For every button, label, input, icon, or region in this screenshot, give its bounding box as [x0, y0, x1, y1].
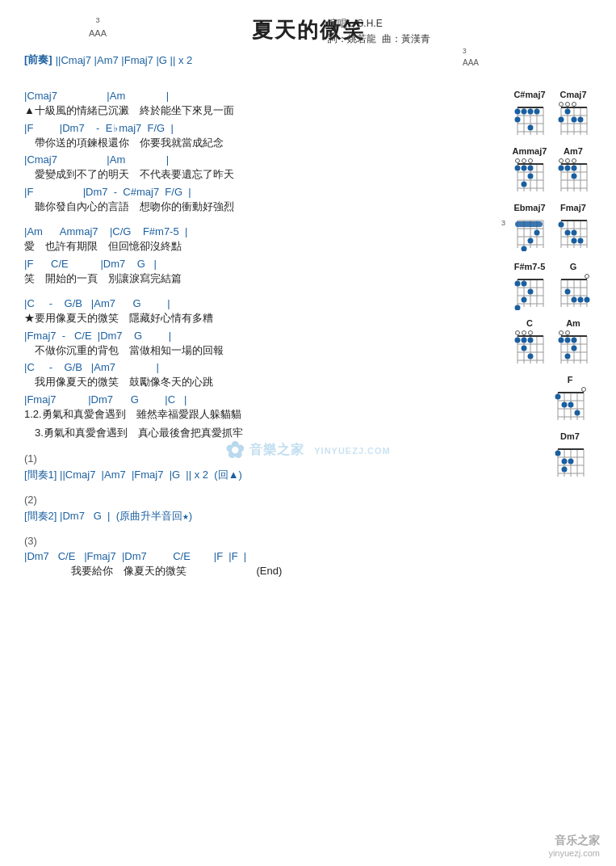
- diagram-g: G: [555, 262, 592, 310]
- diagram-f: F: [551, 375, 589, 423]
- lyric-line: 1.2.勇氣和真愛會遇到 雖然幸福愛跟人躲貓貓: [24, 406, 434, 422]
- section-num-1: (1): [24, 452, 434, 465]
- aaa-top-label: 3AAA: [89, 16, 107, 38]
- song-title: 夏天的微笑: [24, 16, 592, 44]
- lyric-line: 我用像夏天的微笑 鼓勵像冬天的心跳: [24, 374, 434, 390]
- svg-point-9: [515, 109, 521, 115]
- svg-point-150: [572, 346, 577, 351]
- svg-point-145: [559, 331, 564, 335]
- svg-point-13: [515, 117, 521, 123]
- chord-line: |C - G/B |Am7 |: [24, 361, 434, 373]
- svg-point-90: [572, 238, 577, 244]
- svg-point-24: [559, 103, 564, 107]
- svg-point-42: [529, 159, 533, 163]
- lyric-line: ★要用像夏天的微笑 隱藏好心情有多糟: [24, 310, 434, 326]
- svg-point-89: [578, 238, 584, 244]
- svg-point-162: [555, 394, 561, 400]
- section-num-3: (3): [24, 535, 434, 547]
- chord-line: |C - G/B |Am7 G |: [24, 297, 434, 309]
- svg-point-132: [522, 338, 527, 343]
- svg-point-176: [562, 459, 568, 465]
- lyric-line: ▲十級風的情緒已沉澱 終於能坐下來見一面: [24, 103, 434, 119]
- interlude2-chords: [間奏2] |Dm7 G | (原曲升半音回★): [24, 509, 434, 523]
- svg-point-129: [522, 331, 526, 335]
- svg-point-118: [585, 297, 590, 303]
- svg-point-59: [572, 159, 576, 163]
- svg-point-74: [534, 230, 540, 236]
- chord-line: |F |Dm7 - E♭maj7 F/G |: [24, 122, 434, 134]
- svg-point-177: [568, 459, 574, 465]
- svg-point-128: [516, 331, 520, 335]
- svg-point-44: [522, 166, 527, 171]
- svg-point-135: [528, 354, 534, 359]
- section-num-2: (2): [24, 494, 434, 506]
- lyric-line: 帶你送的項鍊根還你 你要我就當成紀念: [24, 135, 434, 151]
- diagram-am7: Am7: [555, 146, 592, 195]
- svg-point-165: [575, 410, 580, 416]
- svg-point-164: [568, 402, 574, 408]
- aaa-right: 3AAA: [463, 47, 479, 67]
- diagram-row-7: Dm7: [442, 431, 592, 480]
- svg-point-88: [572, 230, 577, 236]
- diagram-csharp-maj7: C#maj7: [511, 90, 548, 138]
- chord-line: |Fmaj7 |Dm7 G |C |: [24, 393, 434, 406]
- svg-point-30: [578, 117, 584, 123]
- svg-point-14: [528, 125, 534, 131]
- lyric-line: 笑 開始的一頁 別讓淚寫完結篇: [24, 271, 434, 287]
- diagram-dm7: Dm7: [551, 431, 589, 480]
- svg-point-41: [522, 159, 526, 163]
- chord-diagrams: C#maj7: [442, 90, 592, 586]
- svg-point-28: [559, 117, 564, 123]
- svg-point-43: [515, 166, 521, 171]
- svg-point-148: [565, 338, 571, 343]
- footer-logo: 音乐之家 yinyuezj.com: [548, 834, 600, 858]
- interlude1-chords: [間奏1] ||Cmaj7 |Am7 |Fmaj7 |G || x 2 (回▲): [24, 468, 434, 482]
- main-content: |Cmaj7 |Am | ▲十級風的情緒已沉澱 終於能坐下來見一面 |F |Dm…: [24, 90, 592, 586]
- lyric-line: 3.勇氣和真愛會遇到 真心最後會把真愛抓牢: [24, 425, 434, 441]
- outro-lyric: 我要給你 像夏天的微笑 (End): [24, 563, 434, 579]
- page: 3AAA 夏天的微笑 演唱：S.H.E 詞：姚若龍 曲：黃漢青 [前奏] ||C…: [0, 0, 616, 866]
- svg-point-58: [566, 159, 570, 163]
- verse1-block: |Cmaj7 |Am | ▲十級風的情緒已沉澱 終於能坐下來見一面 |F |Dm…: [24, 90, 434, 214]
- intro-line: [前奏] ||Cmaj7 |Am7 |Fmaj7 |G || x 2: [24, 53, 192, 67]
- svg-point-131: [515, 338, 521, 343]
- svg-point-103: [522, 297, 527, 303]
- svg-point-26: [572, 103, 576, 107]
- diagram-row-2: Ammaj7: [442, 146, 592, 195]
- svg-point-175: [555, 451, 561, 456]
- lyricist-label: 詞：姚若龍 曲：黃漢青: [328, 32, 430, 47]
- svg-point-40: [516, 159, 520, 163]
- svg-point-29: [572, 117, 577, 123]
- svg-point-178: [562, 467, 568, 473]
- svg-point-130: [529, 331, 533, 335]
- svg-point-47: [522, 182, 527, 187]
- svg-point-62: [572, 166, 577, 171]
- svg-point-161: [582, 388, 586, 392]
- svg-point-25: [566, 103, 570, 107]
- svg-point-116: [572, 297, 577, 303]
- svg-rect-73: [515, 221, 543, 227]
- interlude2-block: (2) [間奏2] |Dm7 G | (原曲升半音回★): [24, 494, 434, 523]
- svg-point-27: [565, 109, 571, 115]
- lyrics-section: |Cmaj7 |Am | ▲十級風的情緒已沉澱 終於能坐下來見一面 |F |Dm…: [24, 90, 434, 586]
- diagram-row-3: Ebmaj7 3: [442, 203, 592, 254]
- chord-line: |Am Ammaj7 |C/G F#m7-5 |: [24, 225, 434, 238]
- diagram-fmaj7: Fmaj7: [555, 203, 592, 254]
- svg-point-102: [528, 289, 534, 295]
- chord-line: |Fmaj7 - C/E |Dm7 G |: [24, 330, 434, 342]
- svg-point-76: [522, 246, 527, 252]
- diagram-fsharp-m7-5: F#m7-5: [511, 262, 548, 310]
- svg-point-45: [528, 166, 534, 171]
- interlude1-block: (1) [間奏1] ||Cmaj7 |Am7 |Fmaj7 |G || x 2 …: [24, 452, 434, 482]
- verse2-block: |Am Ammaj7 |C/G F#m7-5 | 愛 也許有期限 但回憶卻沒終點…: [24, 225, 434, 286]
- svg-point-104: [515, 305, 521, 311]
- svg-point-11: [528, 109, 534, 115]
- svg-point-63: [572, 174, 577, 179]
- lyric-line: 聽你發自內心的言語 想吻你的衝動好強烈: [24, 199, 434, 215]
- svg-point-60: [559, 166, 564, 171]
- svg-point-151: [565, 354, 571, 359]
- song-info: 演唱：S.H.E 詞：姚若龍 曲：黃漢青: [328, 16, 430, 47]
- diagram-ebmaj7: Ebmaj7 3: [511, 203, 548, 254]
- chord-line: |F C/E |Dm7 G |: [24, 258, 434, 270]
- svg-point-86: [559, 222, 564, 228]
